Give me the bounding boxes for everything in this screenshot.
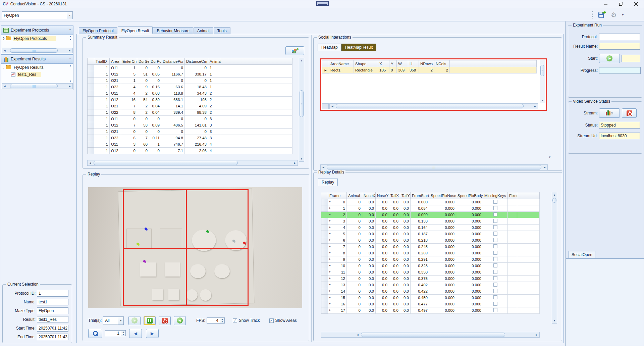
restore-button[interactable]	[613, 0, 629, 8]
column-header[interactable]: TrialID	[94, 58, 110, 65]
table-row[interactable]: ▸1300.00.00.00.00.4020.0000.000	[321, 282, 540, 288]
table-row[interactable]: ▸800.00.00.00.00.2690.0000.000	[321, 250, 540, 256]
maze-type-combobox[interactable]: FlyOpen▼	[2, 11, 73, 19]
experiment-protocols-header[interactable]: Experiment Protocols ⌃	[1, 26, 73, 35]
missingkeys-checkbox[interactable]	[493, 263, 497, 267]
fps-stepper[interactable]: 4▲▼	[207, 317, 225, 324]
row-expander-icon[interactable]: ▸	[329, 245, 331, 248]
missingkeys-checkbox[interactable]	[493, 270, 497, 274]
row-expander-icon[interactable]: ▸	[329, 302, 331, 305]
protocol-input[interactable]	[599, 34, 640, 40]
column-header[interactable]: Animal	[347, 192, 362, 199]
row-expander-icon[interactable]: ▸	[329, 238, 331, 241]
tree-scroll-arrows[interactable]: ▲▼	[68, 35, 73, 42]
name-field[interactable]: test1	[37, 299, 68, 305]
collapse-chevron-icon[interactable]: ⌃	[67, 57, 73, 61]
column-header[interactable]: DistancePix	[161, 58, 185, 65]
scroll-right-icon[interactable]: ▶	[67, 84, 72, 89]
table-row[interactable]: 1O21100001	[88, 78, 292, 84]
missingkeys-checkbox[interactable]	[493, 308, 497, 312]
table-row[interactable]: ▸1100.00.00.00.00.3500.0000.000	[321, 269, 540, 276]
missingkeys-checkbox[interactable]	[493, 251, 497, 255]
row-expander-icon[interactable]: ▸	[329, 219, 331, 222]
row-expander-icon[interactable]: ▸	[329, 200, 331, 203]
settings-button[interactable]: ⚙	[607, 10, 620, 20]
row-expander-icon[interactable]: ▸	[329, 289, 331, 292]
missingkeys-checkbox[interactable]	[493, 212, 497, 216]
result-name-input[interactable]	[599, 43, 640, 50]
experiment-results-header[interactable]: Experiment Results ⌃	[1, 54, 73, 64]
table-row[interactable]: ▸300.00.00.00.00.1330.0000.000	[321, 218, 540, 225]
column-header[interactable]: NoseY	[376, 192, 389, 199]
column-header[interactable]: H	[408, 60, 419, 67]
toolbar-overflow-chevron-icon[interactable]: ▼	[622, 13, 624, 16]
play-button[interactable]: ▶	[128, 316, 141, 325]
table-row[interactable]: ▸600.00.00.00.00.2180.0000.000	[321, 237, 540, 244]
start-run-button[interactable]: ▶	[599, 54, 620, 63]
column-header[interactable]: NRows	[419, 60, 434, 67]
scroll-left-icon[interactable]: ◀	[355, 332, 360, 337]
scroll-down-icon[interactable]: ▼	[540, 98, 545, 103]
expander-icon[interactable]: ❯	[1, 37, 6, 40]
column-header[interactable]: SpeedPixBody	[456, 192, 483, 199]
table-row[interactable]: ▸100.00.00.00.00.0540.0000.000	[321, 205, 540, 212]
missingkeys-checkbox[interactable]	[493, 283, 497, 287]
scroll-left-icon[interactable]: ◀	[2, 48, 7, 53]
row-expander-icon[interactable]: ▸	[329, 270, 331, 273]
tab-animal[interactable]: Animal	[194, 27, 213, 34]
missingkeys-checkbox[interactable]	[493, 219, 497, 223]
tree-item-test1-res[interactable]: test1_Res	[1, 71, 73, 78]
missingkeys-checkbox[interactable]	[493, 302, 497, 306]
table-row[interactable]: 1O22490.1563.618.431	[88, 84, 292, 90]
scroll-left-icon[interactable]: ◀	[330, 104, 335, 109]
column-header[interactable]: NoseX	[362, 192, 376, 199]
column-header[interactable]: W	[397, 60, 408, 67]
column-header[interactable]: SpeedPixNose	[429, 192, 456, 199]
trials-combobox[interactable]: All▼	[103, 316, 124, 325]
scroll-left-icon[interactable]: ◀	[2, 84, 7, 89]
protocols-tree-hscrollbar[interactable]: ◀ |||| ▶	[2, 48, 73, 53]
collapse-chevron-icon[interactable]: ⌃	[67, 29, 73, 32]
tree-item-flyopen-results[interactable]: ⌄ FlyOpen Results	[1, 64, 73, 71]
table-row[interactable]: ▸200.00.00.00.00.0990.0000.000	[321, 212, 540, 218]
table-row[interactable]: ▸400.00.00.00.00.1640.0000.000	[321, 225, 540, 231]
table-row[interactable]: 1O11100001	[88, 65, 292, 71]
tab-heatmap[interactable]: HeatMap	[318, 44, 341, 51]
details-hscrollbar[interactable]: ◀ ▶	[321, 332, 540, 338]
table-row[interactable]: 1O21000003	[88, 129, 292, 135]
column-header[interactable]: Y	[389, 60, 397, 67]
scroll-right-icon[interactable]: ▶	[542, 165, 547, 170]
scroll-down-icon[interactable]: ▼	[299, 156, 304, 161]
minimize-button[interactable]	[598, 0, 613, 8]
missingkeys-checkbox[interactable]	[493, 257, 497, 261]
table-row[interactable]: ▸000.00.00.00.00.0000.0000.000	[321, 199, 540, 205]
tab-replay-details[interactable]: Replay	[318, 179, 338, 186]
restart-button[interactable]: ◀	[174, 316, 186, 325]
stream-uri-field[interactable]: localhost:8030	[599, 133, 640, 139]
summary-hscrollbar[interactable]: ◀ ▶	[87, 160, 298, 166]
stream-monitor-button[interactable]: ⚙	[599, 108, 620, 118]
table-row[interactable]: ▸1400.00.00.00.00.4220.0000.000	[321, 288, 540, 295]
tab-flyopen-protocol[interactable]: FlyOpen Protocol	[79, 27, 117, 34]
table-row[interactable]: ▸700.00.00.00.00.2450.0000.000	[321, 244, 540, 250]
scroll-right-icon[interactable]: ▶	[292, 160, 298, 165]
column-header[interactable]: TailY	[400, 192, 411, 199]
area-table-vscrollbar[interactable]: ≡ ▼	[540, 60, 545, 103]
missingkeys-checkbox[interactable]	[493, 238, 497, 242]
column-header[interactable]: TailX	[389, 192, 400, 199]
replay-details-table[interactable]: FrameAnimalNoseXNoseYTailXTailYFromStart…	[321, 192, 540, 314]
results-tree-hscrollbar[interactable]: ◀ |||| ▶	[2, 83, 73, 89]
tab-socialopen[interactable]: SocialOpen	[569, 251, 595, 258]
run-counter-field[interactable]	[622, 55, 640, 62]
table-row[interactable]: 1O22820.04339.498.382	[88, 109, 292, 116]
row-expander-icon[interactable]: ▸	[329, 296, 331, 299]
end-time-field[interactable]: 20250701 11:43	[37, 334, 68, 340]
column-header[interactable]: FromStart	[411, 192, 429, 199]
missingkeys-checkbox[interactable]	[493, 232, 497, 236]
next-frame-button[interactable]: ▶	[146, 329, 159, 338]
table-row[interactable]: 1O11000003	[88, 116, 292, 122]
column-header[interactable]: EnterCnt	[121, 58, 137, 65]
close-button[interactable]	[629, 0, 644, 8]
frame-stepper[interactable]: 1▲▼	[105, 330, 126, 336]
show-areas-checkbox[interactable]: ✓Show Areas	[269, 318, 297, 323]
